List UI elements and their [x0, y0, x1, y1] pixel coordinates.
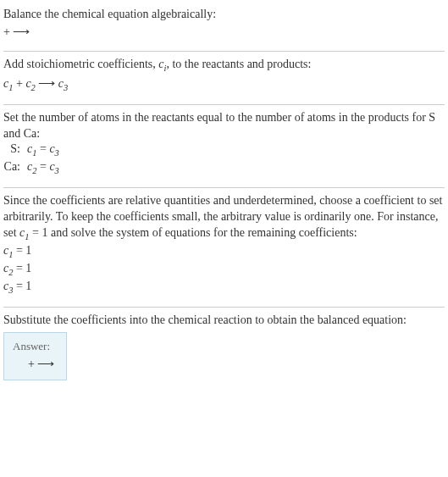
arrow-icon: ⟶ [38, 76, 55, 90]
eq: = [36, 142, 49, 155]
atoms-row-eq: c2 = c3 [27, 159, 59, 177]
atoms-table: S: c1 = c3 Ca: c2 = c3 [3, 141, 445, 177]
set-eq: = 1 [30, 226, 48, 239]
stoich-intro-b: , to the reactants and products: [166, 58, 311, 70]
arrow-icon: ⟶ [37, 357, 54, 370]
atoms-row-label: S: [3, 141, 27, 159]
stoich-section: Add stoichiometric coefficients, ci, to … [3, 53, 445, 103]
atoms-row: Ca: c2 = c3 [3, 159, 445, 177]
atoms-row-eq: c1 = c3 [27, 141, 59, 159]
rhs-sub: 3 [55, 166, 59, 175]
c3-sub: 3 [64, 83, 68, 92]
result-row: c3 = 1 [3, 279, 445, 297]
header-reaction-text: + [3, 25, 13, 38]
divider [3, 104, 445, 105]
answer-reaction-text: + [28, 358, 37, 370]
eq: = [36, 160, 49, 173]
rhs-sub: 3 [55, 148, 59, 158]
res-val: = 1 [13, 262, 31, 275]
stoich-reaction: c1 + c2 ⟶ c3 [3, 75, 445, 94]
res-val: = 1 [13, 280, 31, 292]
divider [3, 307, 445, 308]
solve-intro: Since the coefficients are relative quan… [3, 193, 445, 243]
header-section: Balance the chemical equation algebraica… [3, 3, 445, 49]
atoms-section: Set the number of atoms in the reactants… [3, 107, 445, 186]
atoms-intro: Set the number of atoms in the reactants… [3, 110, 445, 142]
result-row: c2 = 1 [3, 261, 445, 279]
header-reaction: + ⟶ [3, 23, 445, 41]
atoms-row: S: c1 = c3 [3, 141, 445, 159]
divider [3, 187, 445, 188]
answer-box: Answer: + ⟶ [3, 332, 67, 380]
final-section: Substitute the coefficients into the che… [3, 309, 445, 389]
res-val: = 1 [13, 244, 31, 257]
answer-label: Answer: [13, 340, 54, 353]
stoich-intro: Add stoichiometric coefficients, ci, to … [3, 57, 445, 75]
atoms-row-label: Ca: [3, 159, 27, 177]
arrow-icon: ⟶ [13, 25, 30, 38]
stoich-intro-a: Add stoichiometric coefficients, [3, 58, 158, 70]
divider [3, 51, 445, 52]
solve-results: c1 = 1 c2 = 1 c3 = 1 [3, 243, 445, 297]
header-title: Balance the chemical equation algebraica… [3, 7, 445, 23]
result-row: c1 = 1 [3, 243, 445, 261]
solve-section: Since the coefficients are relative quan… [3, 190, 445, 305]
answer-reaction: + ⟶ [13, 357, 54, 371]
solve-intro-b: and solve the system of equations for th… [47, 226, 357, 239]
final-intro: Substitute the coefficients into the che… [3, 313, 445, 329]
plus: + [13, 77, 25, 90]
